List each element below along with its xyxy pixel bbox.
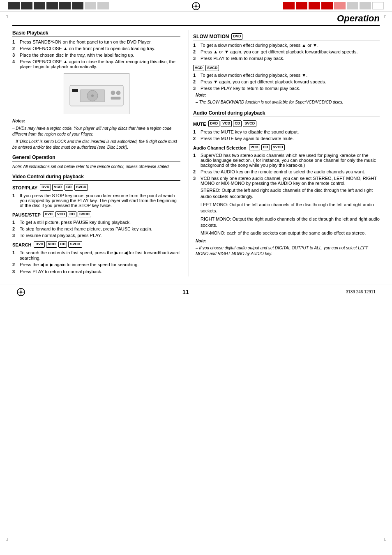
step-number: 1 [12, 193, 17, 208]
mix-mono-desc: MIX-MONO: each of the audio sockets can … [201, 230, 380, 236]
step-number: 3 [12, 269, 17, 274]
vcd-badge: VCD [221, 120, 232, 127]
step-text: Press the AUDIO key on the remote contro… [201, 169, 365, 174]
corner-mark-tr: ┌ [383, 13, 386, 18]
step-text: Press ▼ again, you can get different pla… [201, 79, 326, 84]
pause-step-3: 3 To resume normal playback, press PLAY. [12, 233, 180, 238]
notes-label: Notes: [12, 118, 180, 124]
bottom-area: 11 3139 246 12911 [0, 285, 392, 299]
step-number: 4 [12, 59, 17, 69]
mute-subsection-header: MUTE DVD VCD CD SVCD [193, 120, 380, 128]
note-text: – If you choose digital audio output and… [196, 245, 380, 257]
basic-step-4: 4 Press OPEN/CLOSE ▲ again to close the … [12, 59, 180, 69]
basic-step-1: 1 Press STANDBY-ON on the front panel to… [12, 39, 180, 44]
vcd-badge: VCD [193, 65, 204, 71]
step-number: 1 [193, 129, 198, 134]
vcd-badge: VCD [52, 184, 63, 191]
stop-play-subsection-header: STOP/PLAY DVD VCD CD SVCD [12, 184, 180, 192]
search-step-1: 1 To search the contents in fast speed, … [12, 250, 180, 260]
step-text: To resume normal playback, press PLAY. [20, 233, 102, 238]
svcd-badge: SVCD [243, 120, 256, 127]
slow-motion-header: SLOW MOTION DVD [193, 33, 380, 41]
bar-block [372, 2, 384, 9]
step-text: To get a slow motion effect during playb… [201, 73, 307, 78]
step-text: Press OPEN/CLOSE ▲ again to close the tr… [20, 59, 180, 69]
general-operation-title: General Operation [12, 154, 180, 161]
step-number: 2 [12, 262, 17, 267]
mute-badges: DVD VCD CD SVCD [208, 120, 256, 127]
audio-channel-subsection: Audio Channel Selection VCD CD SVCD 1 Su… [193, 144, 380, 257]
mute-step-1: 1 Press the MUTE key to disable the soun… [193, 129, 380, 134]
step-number: 2 [193, 49, 198, 54]
search-step-3: 3 Press PLAY to return to normal playbac… [12, 269, 180, 274]
svcd-badge: SVCD [74, 184, 88, 191]
cd-badge: CD [233, 120, 242, 127]
svg-rect-10 [111, 97, 120, 99]
dvd-badge: DVD [43, 211, 54, 218]
step-text: Press the MUTE key to disable the sound … [201, 129, 299, 134]
svg-point-15 [20, 291, 22, 293]
bottom-crosshair-icon [16, 288, 25, 297]
note-1: – DVDs may have a region code. Your play… [12, 126, 180, 137]
slow-dvd-step-2: 2 Press ▲ or ▼ again, you can get differ… [193, 49, 380, 54]
slow-motion-note: Note: – The SLOW BACKWARD function is no… [196, 92, 380, 105]
step-text: To get a still picture, press PAUSE key … [20, 220, 131, 225]
dvd-player-image [64, 73, 129, 114]
step-number: 1 [193, 73, 198, 78]
dvd-badge: DVD [208, 120, 219, 127]
vcd-badge: VCD [249, 144, 260, 151]
step-number: 2 [12, 46, 17, 51]
slow-vcd-step-1: 1 To get a slow motion effect during pla… [193, 73, 380, 78]
audio-channel-step-3: 3 VCD has only one stereo audio channel,… [193, 176, 380, 186]
video-control-title: Video Control during playback [12, 174, 180, 181]
step-number: 1 [12, 250, 17, 260]
svg-point-9 [116, 91, 120, 95]
vcd-badge: VCD [46, 241, 57, 248]
top-bar-right-blocks [283, 2, 384, 9]
corner-mark-tl: ┐ [6, 13, 9, 18]
step-number: 1 [193, 153, 198, 168]
right-mono-desc: RIGHT MONO: Output the right audio chann… [201, 216, 380, 229]
search-subsection-header: SEARCH DVD VCD CD SVCD [12, 241, 180, 249]
pause-step-1: 1 To get a still picture, press PAUSE ke… [12, 220, 180, 225]
general-operation-section: General Operation Note: All instructions… [12, 154, 180, 170]
bar-block [283, 2, 295, 9]
cd-badge: CD [68, 211, 76, 218]
stop-play-badges: DVD VCD CD SVCD [40, 184, 88, 191]
bar-block [59, 2, 71, 9]
bar-block [321, 2, 333, 9]
bar-block [34, 2, 45, 9]
slow-vcd-step-2: 2 Press ▼ again, you can get different p… [193, 79, 380, 84]
step-number: 2 [12, 226, 17, 231]
note-label: Note: [196, 92, 380, 98]
bar-block [360, 2, 371, 9]
pause-step-badges: DVD VCD CD SVCD [43, 211, 91, 218]
step-number: 1 [12, 39, 17, 44]
crosshair-icon [191, 2, 201, 11]
step-text: Press the PLAY key to return to normal p… [201, 86, 300, 91]
dvd-badge: DVD [231, 33, 242, 40]
step-number: 2 [193, 136, 198, 141]
svcd-badge: SVCD [205, 65, 219, 71]
audio-channel-badges: VCD CD SVCD [249, 144, 285, 151]
cd-badge: CD [65, 184, 73, 191]
basic-step-3: 3 Place the chosen disc in the tray, wit… [12, 53, 180, 58]
step-text: SuperVCD has two stereo audio channels w… [201, 153, 380, 168]
audio-control-section: Audio Control during playback MUTE DVD V… [193, 110, 380, 257]
step-number: 3 [193, 176, 198, 186]
audio-channel-title: Audio Channel Selection [193, 145, 247, 150]
svg-point-7 [91, 94, 94, 97]
slow-dvd-step-3: 3 Press PLAY to return to normal play ba… [193, 56, 380, 61]
slow-vcd-step-3: 3 Press the PLAY key to return to normal… [193, 86, 380, 91]
left-mono-desc: LEFT MONO: Output the left audio channel… [201, 202, 380, 214]
note-text: – The SLOW BACKWARD function is not avai… [196, 99, 380, 105]
step-text: Press OPEN/CLOSE ▲ on the front panel to… [20, 46, 155, 51]
slow-motion-section: SLOW MOTION DVD 1 To get a slow motion e… [193, 33, 380, 105]
search-step-2: 2 Press the ◀ or ▶ again to increase the… [12, 262, 180, 267]
step-text: Press PLAY to return to normal play back… [201, 56, 284, 61]
slow-dvd-step-1: 1 To get a slow motion effect during pla… [193, 43, 380, 48]
step-text: Press the ◀ or ▶ again to increase the s… [20, 262, 138, 267]
bar-block [46, 2, 58, 9]
note-label: Note: [196, 238, 380, 244]
bar-block [85, 2, 96, 9]
